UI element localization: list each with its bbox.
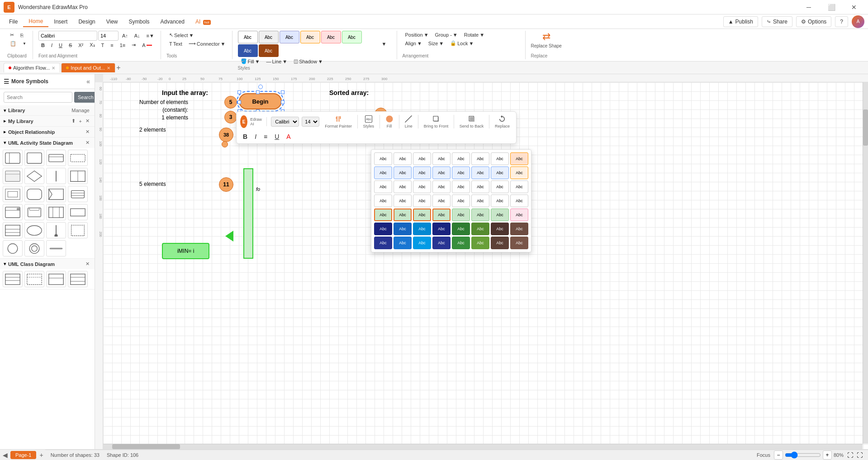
tab-advanced[interactable]: Advanced <box>155 17 190 27</box>
uml-activity-close-button[interactable]: ✕ <box>84 139 91 146</box>
green-rect-tall[interactable] <box>243 168 253 259</box>
shape-item-15[interactable] <box>46 204 66 220</box>
object-relationship-close-button[interactable]: ✕ <box>84 128 91 135</box>
options-button[interactable]: ⚙Options <box>796 16 831 27</box>
styles-popup[interactable]: Abc Abc Abc Abc Abc Abc Abc Abc Abc Abc … <box>371 149 531 252</box>
style-cell-44[interactable]: Abc <box>452 223 470 235</box>
shape-item-5[interactable] <box>3 168 23 184</box>
h-scroll-thumb[interactable] <box>112 444 180 449</box>
subscript-button[interactable]: X₂ <box>87 41 97 49</box>
ft-size-select[interactable]: 14 <box>302 117 319 127</box>
paste-options-button[interactable]: ▼ <box>20 40 29 47</box>
shape-item-10[interactable] <box>24 186 44 202</box>
ft-line[interactable]: Line <box>402 114 415 130</box>
tab-insert[interactable]: Insert <box>48 17 73 27</box>
style-item-2[interactable]: Abc <box>259 31 279 43</box>
close-button[interactable]: ✕ <box>844 0 864 14</box>
group-button[interactable]: Group -▼ <box>432 31 460 39</box>
my-library-add-button[interactable]: + <box>78 118 83 124</box>
style-cell-9[interactable]: Abc <box>394 166 412 179</box>
uml-shape-3[interactable] <box>46 271 66 287</box>
handle-tl[interactable] <box>237 90 241 94</box>
h-scrollbar[interactable] <box>103 444 863 449</box>
shape-item-12[interactable] <box>68 186 88 202</box>
cut-button[interactable]: ✂ <box>7 31 17 39</box>
shape-item-22[interactable] <box>24 240 44 256</box>
style-cell-21[interactable]: Abc <box>471 180 489 193</box>
style-cell-39[interactable]: Abc <box>510 209 528 221</box>
ft-underline[interactable]: U <box>272 132 282 142</box>
shape-item-16[interactable] <box>68 204 88 220</box>
doc-tab-1[interactable]: Algorithm Flow... ✕ <box>4 63 60 72</box>
text-tool-button[interactable]: TText <box>166 40 185 48</box>
circle-n38[interactable]: 38 <box>219 128 233 142</box>
circle-n3[interactable]: 3 <box>224 111 237 123</box>
tab-ai[interactable]: AI hot <box>190 17 216 27</box>
style-cell-11[interactable]: Abc <box>432 166 451 179</box>
style-cell-30[interactable]: Abc <box>491 194 509 207</box>
lock-button[interactable]: 🔒 Lock▼ <box>447 39 476 47</box>
style-cell-46[interactable]: Abc <box>491 223 509 235</box>
rotate-button[interactable]: Rotate▼ <box>461 31 487 39</box>
style-cell-15[interactable]: Abc <box>510 166 528 179</box>
style-cell-2[interactable]: Abc <box>413 152 431 165</box>
style-item-6[interactable]: Abc <box>342 31 362 43</box>
page-nav-left[interactable]: ◀ <box>0 451 10 459</box>
style-cell-49[interactable]: Abc <box>394 237 412 249</box>
style-cell-16[interactable]: Abc <box>374 180 392 193</box>
style-cell-42[interactable]: Abc <box>413 223 431 235</box>
paste-button[interactable]: 📋 <box>7 39 19 48</box>
bullet-list-button[interactable]: ≡ <box>108 41 116 49</box>
style-cell-3[interactable]: Abc <box>432 152 451 165</box>
ft-format-painter[interactable]: Format Painter <box>322 114 355 130</box>
close-tab-1[interactable]: ✕ <box>52 66 55 71</box>
my-library-close-button[interactable]: ✕ <box>84 118 91 124</box>
ft-align[interactable]: ≡ <box>261 132 270 142</box>
tab-design[interactable]: Design <box>73 17 100 27</box>
style-cell-36[interactable]: Abc <box>452 209 470 221</box>
rotation-handle[interactable] <box>258 85 263 89</box>
maximize-button[interactable]: ⬜ <box>821 0 842 14</box>
style-cell-0[interactable]: Abc <box>374 152 392 165</box>
shape-item-11[interactable] <box>46 186 66 202</box>
position-button[interactable]: Position▼ <box>403 31 432 39</box>
shape-item-4[interactable] <box>68 150 88 166</box>
style-cell-4[interactable]: Abc <box>452 152 470 165</box>
superscript-button[interactable]: X² <box>76 41 86 49</box>
style-item-8[interactable]: Abc <box>259 44 279 57</box>
zoom-out-button[interactable]: − <box>774 451 783 460</box>
manage-library-button[interactable]: Manage <box>70 107 91 114</box>
library-header[interactable]: ▾ Library Manage <box>0 105 95 115</box>
line-button[interactable]: — Line▼ <box>263 57 290 66</box>
object-relationship-header[interactable]: ▸ Object Relationship ✕ <box>0 127 95 137</box>
shadow-button[interactable]: ◫ Shadow▼ <box>291 57 326 66</box>
style-cell-1[interactable]: Abc <box>394 152 412 165</box>
handle-ml[interactable] <box>237 100 241 104</box>
tab-file[interactable]: File <box>4 17 23 27</box>
style-cell-6[interactable]: Abc <box>491 152 509 165</box>
uml-class-close-button[interactable]: ✕ <box>84 261 91 267</box>
shape-item-14[interactable] <box>24 204 44 220</box>
style-cell-35[interactable]: Abc <box>432 209 451 221</box>
style-cell-47[interactable]: Abc <box>510 223 528 235</box>
close-tab-2[interactable]: ✕ <box>107 66 110 71</box>
publish-button[interactable]: ▲Publish <box>723 16 758 27</box>
circle-n11[interactable]: 11 <box>219 177 233 192</box>
my-library-header[interactable]: ▸ My Library ⬆ + ✕ <box>0 116 95 126</box>
fit-page-button[interactable]: ⛶ <box>847 452 853 459</box>
uml-class-header[interactable]: ▾ UML Class Diagram ✕ <box>0 259 95 269</box>
size-button[interactable]: Size▼ <box>426 39 446 47</box>
style-item-4[interactable]: Abc <box>300 31 320 43</box>
zoom-slider[interactable] <box>785 451 821 459</box>
collapse-sidebar-button[interactable]: « <box>85 77 91 86</box>
select-button[interactable]: ↖Select▼ <box>166 31 196 39</box>
doc-tab-2[interactable]: Input and Out... ✕ <box>61 63 115 72</box>
share-button[interactable]: ⤷Share <box>762 16 792 27</box>
ft-fill[interactable]: Fill <box>383 114 396 130</box>
minimize-button[interactable]: ─ <box>798 0 819 14</box>
add-tab-button[interactable]: + <box>116 64 120 72</box>
shape-item-3[interactable] <box>46 150 66 166</box>
style-cell-52[interactable]: Abc <box>452 237 470 249</box>
style-item-5[interactable]: Abc <box>321 31 341 43</box>
ft-font-select[interactable]: Calibri <box>271 117 299 127</box>
